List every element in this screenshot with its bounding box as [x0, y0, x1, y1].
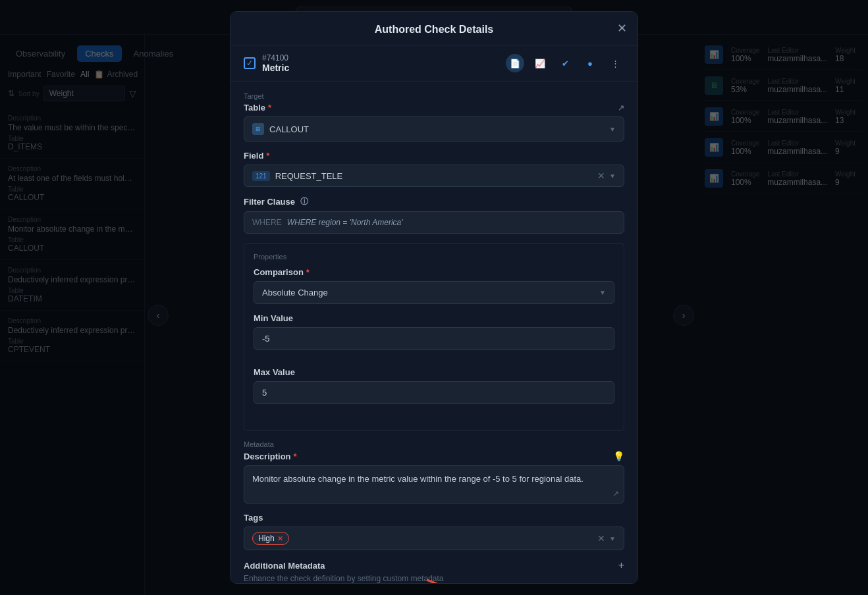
check-info-bar: ✓ #74100 Metric 📄 📈 ✔ ● ⋮ [231, 45, 637, 82]
chevron-down-icon: ▼ [609, 126, 616, 133]
add-metadata-icon[interactable]: + [618, 559, 624, 571]
properties-section: Properties Comparison * Absolute Change … [244, 243, 624, 431]
check-number: #74100 [262, 53, 289, 63]
comparison-value: Absolute Change [262, 288, 328, 298]
field-section: Field * 121 REQUEST_TELE ✕ ▼ [244, 151, 624, 187]
modal: Authored Check Details ✕ ✓ #74100 Metric… [230, 11, 638, 584]
modal-close-button[interactable]: ✕ [617, 21, 627, 36]
tags-actions: ✕ ▼ [597, 533, 616, 544]
ai-suggest-icon[interactable]: 💡 [613, 451, 624, 461]
additional-meta-label: Additional Metadata [244, 561, 325, 571]
comparison-label: Comparison * [254, 267, 614, 277]
table-grid-icon: ⊞ [252, 123, 264, 135]
additional-meta-row: Additional Metadata + [244, 559, 624, 571]
check-id-area: ✓ #74100 Metric [244, 53, 289, 73]
tags-chevron-icon: ▼ [609, 535, 616, 542]
comparison-chevron-icon: ▼ [599, 289, 606, 296]
check-mark-icon[interactable]: ✔ [556, 54, 574, 72]
table-field-label: Table * ↗ [244, 103, 624, 113]
max-value-input[interactable] [254, 381, 614, 404]
comparison-select[interactable]: Absolute Change ▼ [254, 281, 614, 304]
description-label-row: Description * 💡 [244, 451, 624, 461]
modal-body: Target Table * ↗ ⊞ CALLOUT ▼ [231, 82, 637, 584]
modal-overlay: Authored Check Details ✕ ✓ #74100 Metric… [0, 0, 868, 595]
field-type-badge: 121 [252, 171, 270, 181]
description-label: Description * [244, 452, 297, 461]
metadata-section-label: Metadata [244, 440, 624, 448]
min-value-group: Min Value [254, 313, 614, 358]
description-group: Description * 💡 Monitor absolute change … [244, 451, 624, 504]
tag-high: High ✕ [252, 532, 289, 545]
more-options-icon[interactable]: ⋮ [606, 54, 624, 72]
metadata-section: Metadata Description * 💡 Monitor absolut… [244, 440, 624, 583]
modal-header: Authored Check Details ✕ [231, 12, 637, 45]
tag-remove-icon[interactable]: ✕ [277, 534, 283, 543]
description-textarea[interactable]: Monitor absolute change in the metric va… [244, 465, 624, 504]
field-chevron-icon: ▼ [609, 172, 616, 180]
table-select[interactable]: ⊞ CALLOUT ▼ [244, 116, 624, 142]
min-value-label: Min Value [254, 313, 614, 323]
properties-label: Properties [254, 253, 614, 261]
info-circle-icon[interactable]: ● [581, 54, 599, 72]
filter-clause-label: Filter Clause ⓘ [244, 196, 624, 207]
clear-field-icon[interactable]: ✕ [597, 170, 605, 181]
tag-high-label: High [258, 534, 275, 543]
field-field-label: Field * [244, 151, 624, 161]
filter-clause-input[interactable]: WHERE WHERE region = 'North America' [244, 211, 624, 234]
tags-group: Tags High ✕ ✕ ▼ [244, 513, 624, 550]
description-wrapper: Monitor absolute change in the metric va… [244, 465, 624, 504]
filter-clause-section: Filter Clause ⓘ WHERE WHERE region = 'No… [244, 196, 624, 234]
tags-label: Tags [244, 513, 624, 523]
target-label: Target [244, 92, 624, 100]
filter-where-label: WHERE [252, 218, 282, 227]
max-value-label: Max Value [254, 367, 614, 377]
comparison-field-group: Comparison * Absolute Change ▼ [254, 267, 614, 304]
table-value: CALLOUT [269, 124, 309, 134]
description-required-indicator: * [294, 452, 297, 461]
check-type: Metric [262, 63, 289, 73]
table-select-inner: ⊞ CALLOUT [252, 123, 609, 135]
check-checkbox[interactable]: ✓ [244, 57, 256, 69]
check-actions: 📄 📈 ✔ ● ⋮ [506, 54, 624, 72]
document-icon[interactable]: 📄 [506, 54, 524, 72]
filter-clause-value: WHERE region = 'North America' [287, 218, 403, 227]
max-value-group: Max Value [254, 367, 614, 412]
field-required-indicator: * [266, 151, 269, 161]
expand-description-icon[interactable]: ↗ [612, 489, 619, 498]
target-section: Target Table * ↗ ⊞ CALLOUT ▼ [244, 92, 624, 142]
field-input[interactable]: 121 REQUEST_TELE ✕ ▼ [244, 165, 624, 187]
trend-chart-icon[interactable]: 📈 [531, 54, 549, 72]
additional-metadata-section: Additional Metadata + Enhance the check … [244, 559, 624, 583]
field-name-value: REQUEST_TELE [275, 171, 592, 181]
min-value-input[interactable] [254, 327, 614, 350]
field-actions: ✕ ▼ [597, 170, 616, 181]
clear-tags-icon[interactable]: ✕ [597, 533, 605, 544]
modal-title: Authored Check Details [375, 24, 493, 36]
additional-meta-hint: Enhance the check definition by setting … [244, 574, 624, 583]
comparison-required-indicator: * [306, 267, 310, 277]
expand-icon[interactable]: ↗ [618, 103, 624, 113]
filter-info-icon[interactable]: ⓘ [300, 196, 308, 207]
table-required-indicator: * [268, 103, 271, 113]
tags-input[interactable]: High ✕ ✕ ▼ [244, 527, 624, 550]
